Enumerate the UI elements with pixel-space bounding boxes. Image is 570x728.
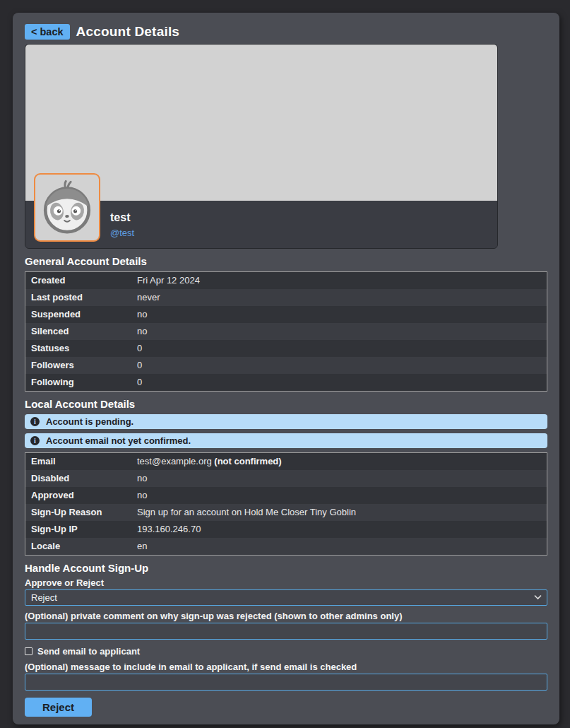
table-row: Silencedno: [25, 323, 547, 340]
row-label: Suspended: [25, 306, 131, 323]
back-button[interactable]: < back: [25, 24, 70, 40]
row-value: test@example.org (not confirmed): [131, 453, 547, 470]
row-label: Silenced: [25, 323, 131, 340]
local-details-table: Emailtest@example.org (not confirmed)Dis…: [25, 452, 547, 556]
page-header: < back Account Details: [25, 22, 547, 41]
row-label: Statuses: [25, 340, 131, 357]
table-row: Sign-Up ReasonSign up for an account on …: [25, 504, 547, 521]
send-email-checkbox[interactable]: [25, 647, 32, 655]
row-value: never: [131, 289, 547, 306]
row-value: 0: [131, 374, 547, 391]
section-heading-general: General Account Details: [25, 255, 547, 268]
table-row: Sign-Up IP193.160.246.70: [25, 521, 547, 538]
notice-email-unconfirmed: i Account email not yet confirmed.: [25, 433, 547, 448]
send-email-label: Send email to applicant: [37, 647, 140, 656]
row-label: Followers: [25, 357, 131, 374]
row-value: no: [131, 487, 547, 504]
approve-reject-select-wrap: Reject: [25, 589, 547, 606]
private-comment-input[interactable]: [25, 623, 547, 640]
table-row: Suspendedno: [25, 306, 547, 323]
email-message-input[interactable]: [25, 674, 547, 691]
table-row: Disabledno: [25, 470, 547, 487]
row-value: 0: [131, 357, 547, 374]
avatar: [34, 173, 100, 242]
row-value: no: [131, 470, 547, 487]
table-row: Emailtest@example.org (not confirmed): [25, 453, 547, 470]
section-heading-local: Local Account Details: [25, 398, 547, 411]
row-value: Sign up for an account on Hold Me Closer…: [131, 504, 547, 521]
info-icon: i: [30, 436, 40, 445]
notice-text: Account email not yet confirmed.: [46, 435, 191, 446]
row-label: Approved: [25, 487, 131, 504]
table-row: Following0: [25, 374, 547, 391]
row-label: Last posted: [25, 289, 131, 306]
notice-account-pending: i Account is pending.: [25, 414, 547, 429]
display-name: test: [110, 212, 497, 223]
row-label: Following: [25, 374, 131, 391]
table-row: Approvedno: [25, 487, 547, 504]
sloth-mascot-icon: [38, 179, 96, 237]
general-details-table: CreatedFri Apr 12 2024Last postedneverSu…: [25, 271, 547, 392]
page-title: Account Details: [76, 24, 180, 40]
send-email-row: Send email to applicant: [25, 647, 547, 656]
row-value: 0: [131, 340, 547, 357]
table-row: Followers0: [25, 357, 547, 374]
table-row: Last postednever: [25, 289, 547, 306]
page-background: < back Account Details test @test: [0, 0, 570, 728]
private-comment-label: (Optional) private comment on why sign-u…: [25, 611, 547, 621]
row-label: Created: [25, 272, 131, 289]
row-value: en: [131, 538, 547, 555]
table-row: CreatedFri Apr 12 2024: [25, 272, 547, 289]
row-label: Sign-Up IP: [25, 521, 131, 538]
section-heading-signup: Handle Account Sign-Up: [25, 562, 547, 575]
account-details-panel: < back Account Details test @test: [13, 13, 559, 724]
row-label: Sign-Up Reason: [25, 504, 131, 521]
table-row: Localeen: [25, 538, 547, 555]
row-value: no: [131, 323, 547, 340]
table-row: Statuses0: [25, 340, 547, 357]
account-handle-link[interactable]: @test: [110, 228, 497, 237]
email-message-label: (Optional) message to include in email t…: [25, 662, 547, 671]
row-label: Email: [25, 453, 131, 470]
row-label: Disabled: [25, 470, 131, 487]
row-label: Locale: [25, 538, 131, 555]
approve-reject-select[interactable]: Reject: [25, 589, 547, 606]
notice-text: Account is pending.: [46, 416, 133, 427]
reject-submit-button[interactable]: Reject: [25, 698, 92, 717]
row-value: 193.160.246.70: [131, 521, 547, 538]
row-value: Fri Apr 12 2024: [131, 272, 547, 289]
profile-card: test @test: [25, 44, 498, 249]
info-icon: i: [30, 417, 40, 426]
approve-reject-label: Approve or Reject: [25, 578, 547, 587]
row-value: no: [131, 306, 547, 323]
